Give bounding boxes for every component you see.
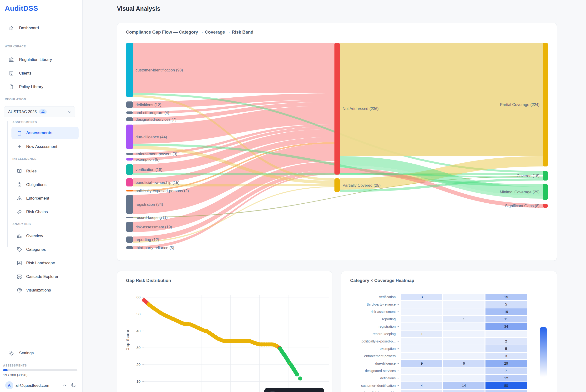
- heatmap-cell[interactable]: [486, 330, 527, 337]
- heatmap-cell[interactable]: 12: [486, 375, 527, 382]
- heatmap-cell[interactable]: 9: [401, 360, 442, 367]
- scatter-point[interactable]: [295, 372, 299, 376]
- sankey-node-partially-covered[interactable]: [334, 178, 340, 192]
- sankey-node-enforcement-powers[interactable]: [126, 153, 133, 155]
- sidebar-item-risk-landscape[interactable]: Risk Landscape: [12, 256, 78, 270]
- sidebar-item-dashboard[interactable]: Dashboard: [0, 23, 83, 33]
- heatmap-cell[interactable]: 1: [443, 316, 484, 322]
- sankey-node-aml-ctf-program[interactable]: [126, 112, 133, 114]
- heatmap-cell[interactable]: [443, 368, 484, 374]
- heatmap-row-reporting: reporting111: [341, 316, 557, 322]
- sankey-node-verification[interactable]: [126, 164, 133, 175]
- heatmap-cell[interactable]: 29: [486, 360, 527, 367]
- heatmap-cell[interactable]: [401, 338, 442, 344]
- heatmap-cell[interactable]: 6: [443, 360, 484, 367]
- sankey-node-politically-exposed-persons[interactable]: [126, 190, 133, 192]
- heatmap-cell[interactable]: [401, 323, 442, 330]
- heatmap-card-title: Category × Coverage Heatmap: [350, 278, 414, 283]
- heatmap-cell[interactable]: 5: [486, 301, 527, 308]
- heatmap-cell[interactable]: [401, 316, 442, 322]
- heatmap-row-definitions: definitions12: [341, 375, 557, 382]
- sankey-node-designated-services[interactable]: [126, 118, 133, 121]
- heatmap-cell[interactable]: [443, 330, 484, 337]
- sidebar-item-policy-library[interactable]: Policy Library: [0, 80, 83, 94]
- regulation-count-badge: 12: [39, 109, 47, 114]
- sankey-node-label-record-keeping: record-keeping (1): [136, 215, 168, 220]
- chevron-up-icon[interactable]: [62, 383, 67, 388]
- heatmap-cell[interactable]: [443, 338, 484, 344]
- sankey-node-label-verification: verification (18): [136, 168, 162, 172]
- sidebar-item-rules[interactable]: Rules: [12, 164, 78, 178]
- heatmap-cell[interactable]: 14: [443, 382, 484, 389]
- sidebar-item-clients[interactable]: Clients: [0, 66, 83, 80]
- heatmap-cell[interactable]: 3: [401, 294, 442, 300]
- heatmap-cell[interactable]: [401, 375, 442, 382]
- moon-icon[interactable]: [71, 382, 76, 388]
- heatmap-cell[interactable]: [401, 345, 442, 352]
- sankey-node-covered[interactable]: [543, 171, 548, 180]
- heatmap-cell[interactable]: 4: [443, 390, 484, 392]
- heatmap-cell[interactable]: 10: [486, 390, 527, 392]
- sankey-node-significant-gaps[interactable]: [543, 204, 548, 208]
- sidebar-item-label: Overview: [26, 234, 43, 238]
- heatmap-cell[interactable]: [443, 375, 484, 382]
- heatmap-cell[interactable]: 7: [486, 368, 527, 374]
- sankey-node-reporting[interactable]: [126, 236, 133, 243]
- heatmap-cell[interactable]: 19: [486, 308, 527, 315]
- sidebar-item-new-assessment[interactable]: New Assessment: [12, 140, 78, 153]
- sankey-node-due-diligence[interactable]: [126, 124, 133, 149]
- heatmap-cell[interactable]: [443, 353, 484, 359]
- heatmap-cell[interactable]: [401, 301, 442, 308]
- heatmap-row-due-diligence: due-diligence9629: [341, 360, 557, 367]
- regulation-select[interactable]: AUSTRAC 2025 12: [4, 106, 75, 117]
- sankey-node-customer-identification[interactable]: [126, 43, 133, 97]
- sankey-node-beneficial-ownership[interactable]: [126, 178, 133, 186]
- heatmap-cell[interactable]: 80: [486, 382, 527, 389]
- heatmap-row-label: record-keeping: [341, 330, 396, 337]
- sankey-node-definitions[interactable]: [126, 102, 133, 108]
- sidebar-item-categories[interactable]: Categories: [12, 243, 78, 256]
- heatmap-cell[interactable]: [401, 353, 442, 359]
- heatmap-cell[interactable]: [443, 345, 484, 352]
- sankey-node-registration[interactable]: [126, 195, 133, 214]
- sidebar-item-regulation-library[interactable]: Regulation Library: [0, 53, 83, 66]
- sidebar-item-label: Enforcement: [26, 196, 49, 201]
- sankey-node-risk-assessment[interactable]: [126, 222, 133, 232]
- heatmap-cell[interactable]: [401, 368, 442, 374]
- sankey-node-label-customer-identification: customer-identification (98): [136, 68, 183, 72]
- sidebar-item-enforcement[interactable]: Enforcement: [12, 192, 78, 205]
- sidebar-item-overview[interactable]: Overview: [12, 229, 78, 243]
- heatmap-cell[interactable]: 1: [401, 330, 442, 337]
- heatmap-cell[interactable]: [443, 301, 484, 308]
- sidebar-item-obligations[interactable]: Obligations: [12, 178, 78, 192]
- sankey-node-partial-coverage[interactable]: [543, 43, 548, 166]
- heatmap-cell[interactable]: 4: [401, 382, 442, 389]
- sankey-node-label-significant-gaps: Significant Gaps (8): [505, 204, 540, 208]
- sankey-node-not-addressed[interactable]: [334, 43, 340, 174]
- sidebar-item-visualizations[interactable]: Visualizations: [12, 284, 78, 297]
- sankey-node-minimal-coverage[interactable]: [543, 184, 548, 200]
- heatmap-row-registration: registration34: [341, 323, 557, 330]
- heatmap-cell[interactable]: 34: [486, 323, 527, 330]
- heatmap-cell[interactable]: [443, 323, 484, 330]
- heatmap-cell[interactable]: 15: [486, 294, 527, 300]
- sidebar-item-label: Settings: [19, 351, 34, 356]
- sankey-node-record-keeping[interactable]: [126, 217, 133, 218]
- heatmap-cell[interactable]: 1: [401, 390, 442, 392]
- heatmap-cell[interactable]: [401, 308, 442, 315]
- sankey-node-third-party-reliance[interactable]: [126, 246, 133, 249]
- sidebar-item-cascade-explorer[interactable]: Cascade Explorer: [12, 270, 78, 284]
- sankey-node-exemption[interactable]: [126, 158, 133, 160]
- sidebar-item-settings[interactable]: Settings: [0, 348, 83, 358]
- heatmap-cell[interactable]: 3: [486, 353, 527, 359]
- heatmap-cell[interactable]: [443, 308, 484, 315]
- heatmap-row-risk-assessment: risk-assessment19: [341, 308, 557, 315]
- heatmap-cell[interactable]: 11: [486, 316, 527, 322]
- heatmap-cell[interactable]: 5: [486, 345, 527, 352]
- scatter-point[interactable]: [298, 376, 302, 380]
- heatmap-cell[interactable]: [443, 294, 484, 300]
- heatmap-cell[interactable]: 2: [486, 338, 527, 344]
- sidebar-item-risk-chains[interactable]: Risk Chains: [12, 205, 78, 218]
- axis-tick: [398, 341, 399, 342]
- sidebar-item-assessments[interactable]: Assessments: [12, 127, 78, 139]
